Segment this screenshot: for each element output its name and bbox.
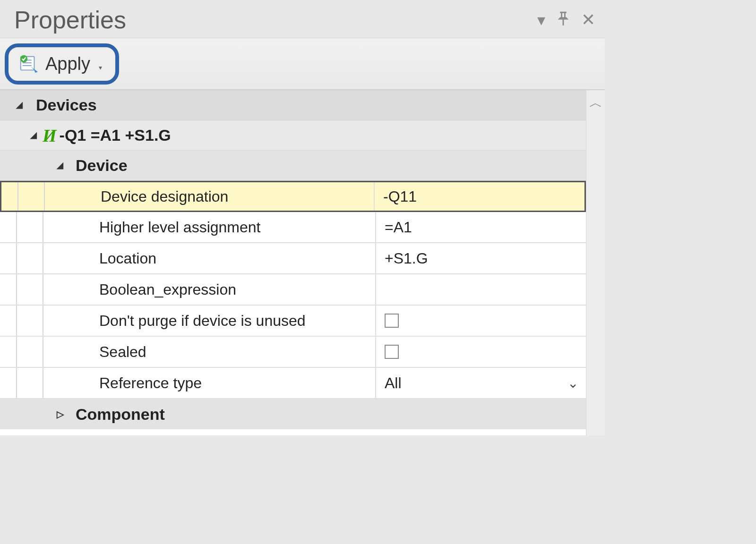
prop-label: Boolean_expression bbox=[80, 274, 376, 305]
prop-value[interactable] bbox=[376, 306, 586, 336]
chevron-down-icon[interactable] bbox=[26, 129, 41, 142]
property-grid: Devices И -Q1 =A1 +S1.G Device Device de… bbox=[0, 90, 605, 435]
panel-title: Properties bbox=[14, 6, 537, 34]
prop-location[interactable]: Location +S1.G bbox=[0, 243, 586, 274]
prop-value[interactable]: -Q11 bbox=[375, 182, 584, 211]
device-tag-icon: И bbox=[43, 125, 57, 146]
prop-label: Higher level assignment bbox=[80, 212, 376, 242]
reference-type-value: All bbox=[385, 374, 402, 392]
prop-label: Reference type bbox=[80, 368, 376, 398]
toolbar: Apply ▾ bbox=[0, 38, 605, 90]
prop-label: Device designation bbox=[82, 182, 375, 211]
prop-dont-purge[interactable]: Don't purge if device is unused bbox=[0, 306, 586, 337]
section-component[interactable]: Component bbox=[0, 399, 586, 429]
prop-value[interactable]: All ⌄ bbox=[376, 368, 586, 398]
checkbox[interactable] bbox=[385, 345, 399, 359]
section-devices[interactable]: Devices bbox=[0, 90, 586, 120]
section-device[interactable]: Device bbox=[0, 151, 586, 181]
apply-label: Apply bbox=[45, 54, 90, 74]
apply-button[interactable]: Apply ▾ bbox=[5, 43, 119, 85]
pin-icon[interactable] bbox=[557, 11, 570, 29]
close-icon[interactable]: ✕ bbox=[581, 11, 595, 28]
scroll-up-icon[interactable]: ︿ bbox=[589, 94, 602, 435]
vertical-scrollbar[interactable]: ︿ bbox=[586, 90, 605, 435]
prop-boolean-expression[interactable]: Boolean_expression bbox=[0, 274, 586, 306]
prop-value[interactable] bbox=[376, 274, 586, 305]
section-devices-label: Devices bbox=[36, 96, 97, 114]
prop-device-designation[interactable]: Device designation -Q11 bbox=[0, 181, 586, 212]
panel-header: Properties ▾ ✕ bbox=[0, 0, 605, 38]
checkbox[interactable] bbox=[385, 314, 399, 328]
apply-dropdown-icon[interactable]: ▾ bbox=[99, 64, 102, 74]
tree-item[interactable]: И -Q1 =A1 +S1.G bbox=[0, 120, 586, 151]
prop-label: Location bbox=[80, 243, 376, 273]
section-component-label: Component bbox=[76, 405, 165, 424]
prop-higher-level[interactable]: Higher level assignment =A1 bbox=[0, 212, 586, 243]
prop-sealed[interactable]: Sealed bbox=[0, 337, 586, 368]
tree-item-label: -Q1 =A1 +S1.G bbox=[60, 126, 171, 144]
chevron-down-icon[interactable] bbox=[12, 99, 26, 111]
header-controls: ▾ ✕ bbox=[537, 11, 595, 29]
prop-value[interactable] bbox=[376, 337, 586, 367]
chevron-right-icon[interactable] bbox=[53, 408, 67, 420]
section-device-label: Device bbox=[76, 156, 128, 175]
prop-label: Don't purge if device is unused bbox=[80, 306, 376, 336]
properties-panel: Properties ▾ ✕ bbox=[0, 0, 605, 435]
prop-value[interactable]: +S1.G bbox=[376, 243, 586, 273]
prop-value[interactable]: =A1 bbox=[376, 212, 586, 242]
prop-label: Sealed bbox=[80, 337, 376, 367]
window-dropdown-icon[interactable]: ▾ bbox=[537, 12, 545, 28]
prop-reference-type[interactable]: Reference type All ⌄ bbox=[0, 368, 586, 399]
apply-icon bbox=[18, 54, 40, 74]
chevron-down-icon[interactable]: ⌄ bbox=[567, 375, 578, 391]
chevron-down-icon[interactable] bbox=[53, 160, 67, 172]
